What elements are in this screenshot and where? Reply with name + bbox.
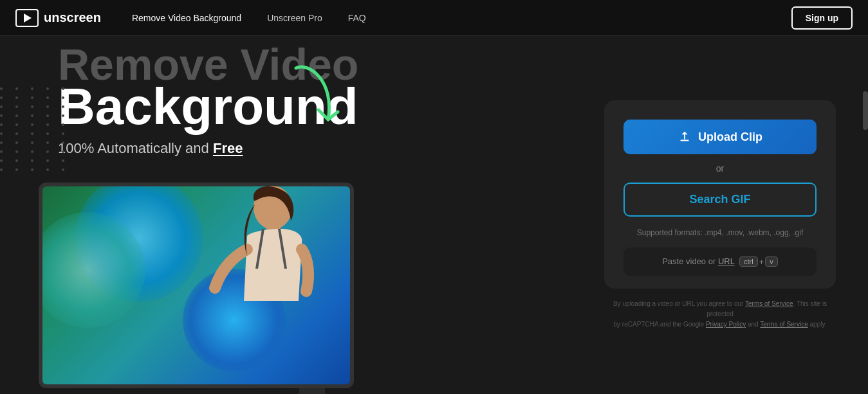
dot <box>46 87 49 90</box>
dot <box>62 168 64 171</box>
scrollbar-track[interactable] <box>863 72 868 394</box>
dot <box>31 87 33 90</box>
dot <box>46 114 49 117</box>
keyboard-shortcut: ctrl + v <box>739 256 778 267</box>
right-side: Upload Clip or Search GIF Supported form… <box>585 36 855 394</box>
dot <box>46 96 49 99</box>
nav-links: Remove Video Background Unscreen Pro FAQ <box>132 13 791 23</box>
dot <box>0 132 3 135</box>
main-content: for(let i=0;i<50;i++) document.currentSc… <box>0 36 868 394</box>
signup-button[interactable]: Sign up <box>791 6 853 30</box>
nav-link-faq[interactable]: FAQ <box>348 13 366 23</box>
terms-and: and <box>746 321 760 328</box>
monitor-stand <box>299 388 325 394</box>
dot <box>15 150 18 153</box>
dot <box>0 168 3 171</box>
dot <box>46 105 49 108</box>
upload-icon <box>678 130 692 144</box>
nav-link-remove-bg[interactable]: Remove Video Background <box>132 13 241 23</box>
dot <box>31 150 33 153</box>
monitor-container <box>39 183 585 394</box>
dot <box>31 114 33 117</box>
dot <box>62 159 64 162</box>
dot <box>15 123 18 126</box>
dot <box>0 150 3 153</box>
terms-link-privacy[interactable]: Privacy Policy <box>706 321 746 328</box>
paste-url-label: URL <box>718 256 735 266</box>
dot <box>46 168 49 171</box>
scrollbar-thumb[interactable] <box>863 91 868 130</box>
navbar: unscreen Remove Video Background Unscree… <box>0 0 868 36</box>
ctrl-key: ctrl <box>739 256 758 267</box>
dot <box>62 150 64 153</box>
terms-line2: by reCAPTCHA and the Google <box>614 321 706 328</box>
left-side: for(let i=0;i<50;i++) document.currentSc… <box>0 36 585 394</box>
dot <box>31 105 33 108</box>
dot <box>62 105 64 108</box>
dot-grid-decoration: for(let i=0;i<50;i++) document.currentSc… <box>0 87 71 171</box>
dot <box>46 159 49 162</box>
dot <box>15 87 18 90</box>
dot <box>31 168 33 171</box>
dot <box>46 132 49 135</box>
dot <box>31 96 33 99</box>
supported-formats-text: Supported formats: .mp4, .mov, .webm, .o… <box>637 228 804 237</box>
terms-line1: By uploading a video or URL you agree to… <box>613 300 745 307</box>
dot <box>46 123 49 126</box>
terms-text: By uploading a video or URL you agree to… <box>611 299 829 330</box>
dot <box>46 141 49 144</box>
nav-link-pro[interactable]: Unscreen Pro <box>267 13 322 23</box>
monitor-display <box>42 186 350 384</box>
v-key: v <box>765 256 778 267</box>
dot <box>62 123 64 126</box>
dot <box>15 96 18 99</box>
dot <box>31 159 33 162</box>
hero-subtitle-free: Free <box>213 140 243 156</box>
logo[interactable]: unscreen <box>15 9 101 27</box>
hero-subtitle: 100% Automatically and Free <box>58 140 585 157</box>
terms-link-tos1[interactable]: Terms of Service <box>745 300 793 307</box>
dot <box>15 159 18 162</box>
dot <box>0 114 3 117</box>
paste-label: Paste video or <box>662 256 718 266</box>
arrow-decoration <box>283 62 347 135</box>
logo-play-icon <box>24 13 32 22</box>
dot <box>62 114 64 117</box>
dot <box>31 141 33 144</box>
dot <box>0 141 3 144</box>
upload-panel: Upload Clip or Search GIF Supported form… <box>604 100 836 289</box>
dot <box>0 87 3 90</box>
dot <box>0 123 3 126</box>
dot <box>0 96 3 99</box>
dot <box>0 159 3 162</box>
dot <box>31 132 33 135</box>
dot <box>0 105 3 108</box>
dot <box>15 168 18 171</box>
hero-subtitle-plain: 100% Automatically and <box>58 140 213 156</box>
plus-symbol: + <box>759 257 764 267</box>
dot <box>62 141 64 144</box>
arrow-icon <box>283 62 347 132</box>
dot <box>31 123 33 126</box>
dot <box>15 132 18 135</box>
dot <box>62 132 64 135</box>
or-divider: or <box>716 163 724 174</box>
search-gif-button[interactable]: Search GIF <box>623 183 817 217</box>
upload-clip-label: Upload Clip <box>698 130 762 144</box>
dot <box>62 96 64 99</box>
logo-text: unscreen <box>44 10 101 25</box>
dot <box>62 87 64 90</box>
monitor-screen <box>39 183 354 388</box>
upload-clip-button[interactable]: Upload Clip <box>623 120 817 154</box>
dot <box>15 141 18 144</box>
terms-end: apply. <box>808 321 827 328</box>
terms-link-tos2[interactable]: Terms of Service <box>760 321 808 328</box>
dot <box>15 105 18 108</box>
paste-section: Paste video or URL ctrl + v <box>623 247 817 276</box>
person-silhouette <box>196 186 324 384</box>
dot <box>46 150 49 153</box>
dot <box>15 114 18 117</box>
logo-icon <box>15 9 39 27</box>
